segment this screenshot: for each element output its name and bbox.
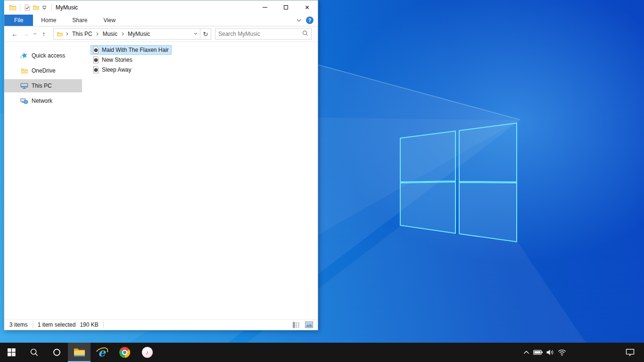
status-separator <box>103 321 104 328</box>
breadcrumb-item-music[interactable]: Music <box>100 31 120 37</box>
sidebar-item-this-pc[interactable]: This PC <box>4 79 82 92</box>
address-bar: ← → ↑ This PC Music MyMusic ↻ <box>4 26 318 42</box>
music-file-icon <box>92 46 99 54</box>
minimize-button[interactable] <box>254 0 275 14</box>
qat-customize-chevron-icon[interactable] <box>40 3 49 12</box>
breadcrumb[interactable]: This PC Music MyMusic <box>53 28 200 40</box>
back-button[interactable]: ← <box>9 28 20 40</box>
network-icon <box>20 97 28 105</box>
sidebar-item-label: Quick access <box>32 52 65 59</box>
sidebar-item-label: Network <box>32 98 52 104</box>
window-folder-icon <box>8 3 17 12</box>
close-button[interactable]: ✕ <box>297 0 318 14</box>
file-item-new-stories[interactable]: New Stories <box>91 55 135 65</box>
view-toggles <box>292 321 313 329</box>
volume-icon[interactable] <box>544 343 556 362</box>
wifi-icon[interactable] <box>556 343 568 362</box>
search-input[interactable] <box>218 31 302 37</box>
tab-share[interactable]: Share <box>64 15 95 26</box>
chrome-icon <box>119 347 130 358</box>
file-name: Maid With The Flaxen Hair <box>102 47 169 53</box>
address-dropdown-chevron-icon[interactable] <box>191 33 200 35</box>
refresh-button[interactable]: ↻ <box>200 28 211 40</box>
help-button[interactable]: ? <box>306 16 314 24</box>
sidebar-item-network[interactable]: Network <box>4 94 82 107</box>
tab-file[interactable]: File <box>4 15 33 26</box>
search-icon[interactable] <box>302 30 308 38</box>
forward-button[interactable]: → <box>20 28 32 40</box>
cortana-button[interactable] <box>45 343 68 362</box>
sidebar-item-quick-access[interactable]: Quick access <box>4 49 82 62</box>
search-box <box>215 28 312 40</box>
windows-logo-icon <box>8 348 16 356</box>
titlebar: MyMusic ✕ <box>4 0 318 15</box>
itunes-icon: ♪ <box>142 347 153 358</box>
system-tray <box>520 343 644 362</box>
caption-buttons: ✕ <box>254 0 318 15</box>
file-explorer-window: MyMusic ✕ File Home Share View ? ← → <box>4 0 318 330</box>
file-explorer-icon <box>74 347 85 357</box>
cortana-circle-icon <box>53 349 60 356</box>
battery-icon[interactable] <box>532 343 544 362</box>
file-name: Sleep Away <box>102 66 132 73</box>
breadcrumb-folder-icon <box>56 29 64 39</box>
thumbnail-view-button[interactable] <box>305 321 313 329</box>
desktop: MyMusic ✕ File Home Share View ? ← → <box>0 0 644 362</box>
music-note-glyph: ♪ <box>146 349 149 356</box>
maximize-button[interactable] <box>275 0 297 14</box>
qat-new-folder-icon[interactable] <box>32 3 40 12</box>
hidden-icons-chevron-icon[interactable] <box>520 343 532 362</box>
action-center-icon[interactable] <box>620 343 639 362</box>
navigation-pane: Quick access OneDrive This PC <box>4 42 82 319</box>
file-item-sleep-away[interactable]: Sleep Away <box>91 65 134 74</box>
recent-locations-chevron-icon[interactable] <box>32 33 38 35</box>
breadcrumb-item-this-pc[interactable]: This PC <box>70 31 95 37</box>
taskbar-search-button[interactable] <box>23 343 45 362</box>
status-separator <box>33 321 33 328</box>
status-bar: 3 items 1 item selected 190 KB <box>4 319 318 330</box>
onedrive-folder-icon <box>20 67 28 75</box>
window-title: MyMusic <box>56 4 78 11</box>
internet-explorer-button[interactable]: e <box>91 343 113 362</box>
chrome-button[interactable] <box>113 343 136 362</box>
sidebar-item-onedrive[interactable]: OneDrive <box>4 64 82 77</box>
minimize-icon <box>263 7 267 8</box>
titlebar-separator <box>51 4 52 11</box>
file-row: Maid With The Flaxen Hair <box>91 45 318 55</box>
internet-explorer-icon: e <box>96 346 108 359</box>
tab-view[interactable]: View <box>95 15 124 26</box>
item-count: 3 items <box>9 321 28 328</box>
taskbar-file-explorer-button[interactable] <box>68 343 91 362</box>
this-pc-monitor-icon <box>20 82 28 90</box>
details-view-button[interactable] <box>292 321 300 329</box>
breadcrumb-chevron-icon[interactable] <box>120 32 125 36</box>
itunes-button[interactable]: ♪ <box>136 343 158 362</box>
up-button[interactable]: ↑ <box>38 28 50 40</box>
titlebar-separator <box>20 4 20 11</box>
window-body: Quick access OneDrive This PC <box>4 42 318 319</box>
breadcrumb-chevron-icon[interactable] <box>64 32 70 36</box>
qat-properties-icon[interactable] <box>23 3 32 12</box>
ie-orbit-arc <box>94 346 109 358</box>
breadcrumb-chevron-icon[interactable] <box>95 32 100 36</box>
selection-count: 1 item selected <box>38 321 76 328</box>
file-name: New Stories <box>102 57 132 63</box>
close-icon: ✕ <box>305 5 309 10</box>
sidebar-item-label: This PC <box>32 82 52 89</box>
file-item-maid-with-the-flaxen-hair[interactable]: Maid With The Flaxen Hair <box>91 45 172 55</box>
ribbon-right-controls: ? <box>297 15 318 26</box>
quick-access-star-icon <box>20 52 28 60</box>
ribbon-tabs: File Home Share View ? <box>4 15 318 26</box>
maximize-icon <box>284 5 288 9</box>
music-file-icon <box>92 56 99 64</box>
file-row: New Stories <box>91 55 318 65</box>
taskbar: e ♪ <box>0 343 644 362</box>
expand-ribbon-chevron-icon[interactable] <box>297 17 301 24</box>
tab-home[interactable]: Home <box>33 15 64 26</box>
breadcrumb-item-mymusic[interactable]: MyMusic <box>125 31 152 37</box>
start-button[interactable] <box>0 343 23 362</box>
sidebar-item-label: OneDrive <box>32 67 56 74</box>
music-file-icon <box>92 66 99 74</box>
selection-size: 190 KB <box>80 321 98 328</box>
file-list: Maid With The Flaxen Hair New Stories <box>82 42 318 319</box>
